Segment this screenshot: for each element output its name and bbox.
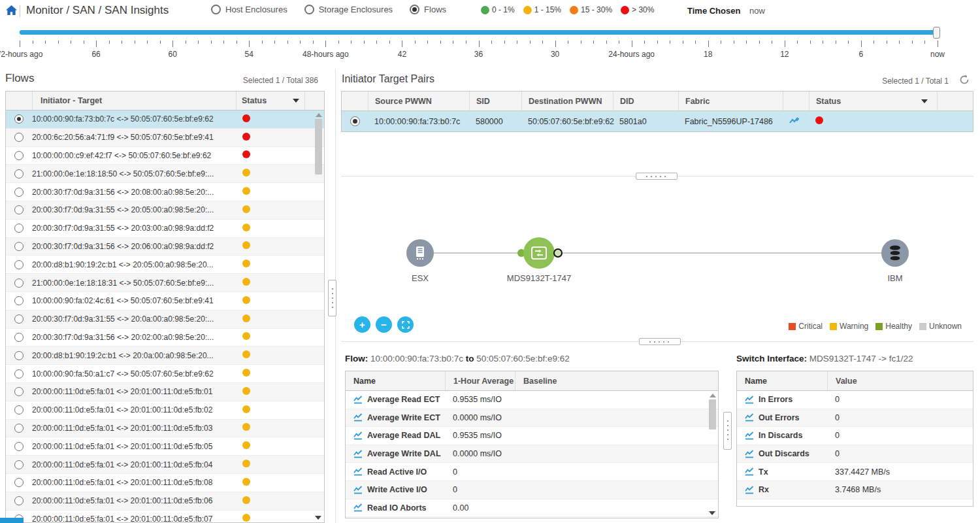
col-fabric[interactable]: Fabric <box>678 92 783 110</box>
trend-chart-icon[interactable] <box>789 117 809 126</box>
row-radio-icon[interactable] <box>14 314 24 324</box>
row-radio-icon[interactable] <box>14 133 24 142</box>
trend-chart-icon[interactable] <box>353 450 363 458</box>
home-icon[interactable] <box>6 5 17 16</box>
flow-row[interactable]: 20:00:00:11:0d:e5:fa:01 <-> 20:01:00:11:… <box>6 401 324 420</box>
pairs-status-filter-icon[interactable] <box>921 99 928 103</box>
flow-row[interactable]: 20:00:00:11:0d:e5:fa:01 <-> 20:01:00:11:… <box>6 437 324 456</box>
slider-handle[interactable] <box>933 27 940 39</box>
row-radio-icon[interactable] <box>14 296 24 305</box>
col-if-value[interactable]: Value <box>827 371 973 390</box>
col-1hr-average[interactable]: 1-Hour Average <box>445 371 515 390</box>
flow-row[interactable]: 21:00:00:0e:1e:18:18:50 <-> 50:05:07:60:… <box>6 165 324 183</box>
trend-chart-icon[interactable] <box>353 396 363 404</box>
switch-node[interactable] <box>523 237 555 269</box>
col-baseline[interactable]: Baseline <box>515 371 718 390</box>
flow-row[interactable]: 20:00:30:f7:0d:9a:31:55 <-> 20:0a:00:a0:… <box>6 311 324 329</box>
switch-egress-port-icon[interactable] <box>553 248 563 258</box>
row-radio-icon[interactable] <box>14 442 24 451</box>
row-radio-icon[interactable] <box>14 169 24 178</box>
row-radio-icon[interactable] <box>14 224 24 233</box>
row-radio-icon[interactable] <box>14 405 24 414</box>
row-radio-icon[interactable] <box>14 151 24 160</box>
row-radio-icon[interactable] <box>14 351 24 360</box>
trend-chart-icon[interactable] <box>353 467 363 476</box>
storage-node[interactable] <box>881 239 909 267</box>
slider-track[interactable] <box>20 30 938 35</box>
trend-chart-icon[interactable] <box>745 431 754 440</box>
fit-view-button[interactable] <box>397 316 414 333</box>
col-destination-pwwn[interactable]: Destination PWWN <box>521 92 613 110</box>
view-radio-option[interactable]: Flows <box>410 5 446 14</box>
scroll-up-icon[interactable] <box>710 394 716 397</box>
view-radio-option[interactable]: Storage Enclosures <box>304 5 393 14</box>
time-chosen-value[interactable]: now <box>749 6 765 16</box>
row-radio-icon[interactable] <box>14 424 24 433</box>
trend-chart-icon[interactable] <box>745 467 754 476</box>
flow-row[interactable]: 10:00:00:90:fa:50:a1:c7 <-> 50:05:07:60:… <box>6 365 324 383</box>
pair-row[interactable]: 10:00:00:90:fa:73:b0:7c 580000 50:05:07:… <box>342 111 973 131</box>
row-radio-icon[interactable] <box>14 496 24 505</box>
flows-scrollbar[interactable] <box>314 112 323 521</box>
flow-row[interactable]: 20:00:00:11:0d:e5:fa:01 <-> 20:01:00:11:… <box>6 492 324 511</box>
zoom-in-button[interactable]: + <box>354 316 370 333</box>
flow-row[interactable]: 20:00:00:11:0d:e5:fa:01 <-> 20:01:00:11:… <box>6 474 324 492</box>
trend-chart-icon[interactable] <box>353 503 363 512</box>
status-filter-icon[interactable] <box>293 99 299 103</box>
flow-row[interactable]: 20:00:30:f7:0d:9a:31:56 <-> 20:02:00:a0:… <box>6 329 324 347</box>
row-radio-icon[interactable] <box>14 387 24 396</box>
horizontal-splitter-handle-2[interactable] <box>639 338 681 345</box>
flow-row[interactable]: 20:00:30:f7:0d:9a:31:56 <-> 20:08:00:a0:… <box>6 183 324 201</box>
flow-row[interactable]: 20:00:d8:b1:90:19:2c:b1 <-> 20:0a:00:a0:… <box>6 346 324 365</box>
vertical-splitter-handle[interactable] <box>328 280 336 316</box>
scroll-down-icon[interactable] <box>709 511 715 515</box>
col-initiator-target[interactable]: Initiator - Target <box>32 92 236 110</box>
trend-chart-icon[interactable] <box>353 413 363 422</box>
view-radio-option[interactable]: Host Enclosures <box>211 5 287 14</box>
trend-chart-icon[interactable] <box>353 486 363 494</box>
zoom-out-button[interactable]: − <box>376 316 392 333</box>
row-radio-icon[interactable] <box>14 478 24 487</box>
trend-chart-icon[interactable] <box>745 450 754 458</box>
host-node[interactable] <box>406 239 434 267</box>
flow-row[interactable]: 21:00:00:0e:1e:18:18:31 <-> 50:05:07:60:… <box>6 274 324 292</box>
flow-metrics-scrollbar[interactable] <box>708 392 717 516</box>
row-radio-icon[interactable] <box>350 116 360 126</box>
col-sid[interactable]: SID <box>469 92 521 110</box>
flow-row[interactable]: 20:00:00:11:0d:e5:fa:01 <-> 20:01:00:11:… <box>6 456 324 474</box>
col-if-name[interactable]: Name <box>737 371 827 390</box>
flow-row[interactable]: 20:00:6c:20:56:a4:71:f9 <-> 50:05:07:60:… <box>6 129 324 147</box>
row-radio-icon[interactable] <box>14 114 24 124</box>
flow-row[interactable]: 10:00:00:90:fa:02:4c:61 <-> 50:05:07:60:… <box>6 292 324 311</box>
flow-row[interactable]: 20:00:00:11:0d:e5:fa:01 <-> 20:01:00:11:… <box>6 383 324 401</box>
row-radio-icon[interactable] <box>14 205 24 214</box>
row-radio-icon[interactable] <box>14 188 24 197</box>
col-status[interactable]: Status <box>242 96 267 105</box>
row-radio-icon[interactable] <box>14 460 24 469</box>
col-source-pwwn[interactable]: Source PWWN <box>368 92 469 110</box>
flow-row[interactable]: 20:00:00:11:0d:e5:fa:01 <-> 20:01:00:11:… <box>6 511 324 523</box>
scrollbar-thumb[interactable] <box>709 399 716 430</box>
bottom-vertical-splitter-handle[interactable] <box>723 412 732 450</box>
flow-row[interactable]: 20:00:00:11:0d:e5:fa:01 <-> 20:01:00:11:… <box>6 420 324 438</box>
flow-row[interactable]: 20:00:30:f7:0d:9a:31:55 <-> 20:03:00:a0:… <box>6 220 324 238</box>
trend-chart-icon[interactable] <box>745 486 754 494</box>
scroll-down-icon[interactable] <box>315 516 321 520</box>
trend-chart-icon[interactable] <box>745 413 754 422</box>
row-radio-icon[interactable] <box>14 278 24 288</box>
flow-row[interactable]: 20:00:30:f7:0d:9a:31:55 <-> 20:05:00:a0:… <box>6 201 324 220</box>
row-radio-icon[interactable] <box>14 333 24 342</box>
horizontal-splitter-handle[interactable] <box>636 173 678 180</box>
scrollbar-thumb[interactable] <box>315 119 322 175</box>
flow-row[interactable]: 20:00:30:f7:0d:9a:31:56 <-> 20:06:00:a0:… <box>6 238 324 256</box>
col-did[interactable]: DID <box>613 92 678 110</box>
scroll-up-icon[interactable] <box>316 113 322 117</box>
col-metric-name[interactable]: Name <box>346 371 445 390</box>
flow-row[interactable]: 10:00:00:00:c9:ef:42:f7 <-> 50:05:07:60:… <box>6 147 324 165</box>
row-radio-icon[interactable] <box>14 369 24 379</box>
refresh-icon[interactable] <box>958 74 970 86</box>
trend-chart-icon[interactable] <box>745 396 754 404</box>
row-radio-icon[interactable] <box>14 242 24 251</box>
flow-row[interactable]: 10:00:00:90:fa:73:b0:7c <-> 50:05:07:60:… <box>6 110 324 129</box>
flow-row[interactable]: 20:00:d8:b1:90:19:2c:b1 <-> 20:05:00:a0:… <box>6 256 324 274</box>
